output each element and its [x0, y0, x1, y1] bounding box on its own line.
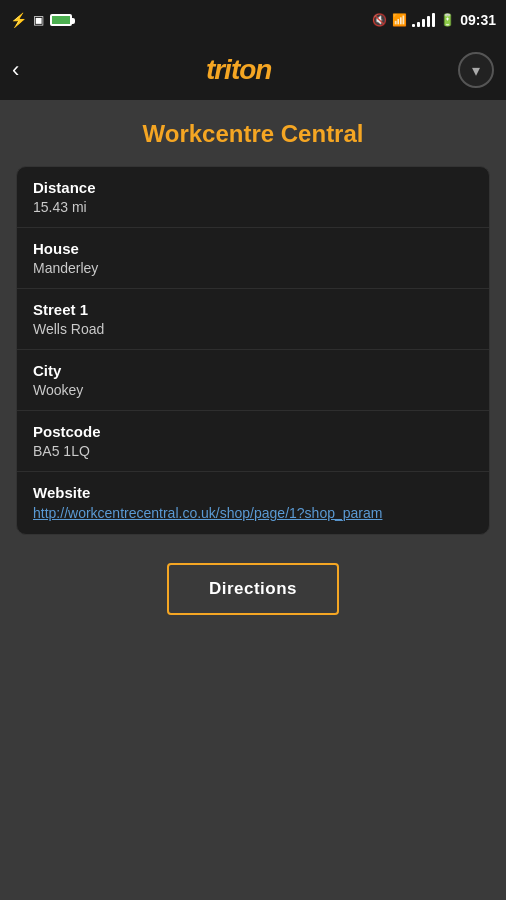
usb-icon: ⚡ — [10, 12, 27, 28]
postcode-value: BA5 1LQ — [33, 443, 473, 459]
wifi-icon: 📶 — [392, 13, 407, 27]
house-label: House — [33, 240, 473, 257]
street-row: Street 1 Wells Road — [17, 289, 489, 350]
battery-icon — [50, 14, 72, 26]
mute-icon: 🔇 — [372, 13, 387, 27]
top-nav: ‹ triton ▾ — [0, 40, 506, 100]
postcode-row: Postcode BA5 1LQ — [17, 411, 489, 472]
logo-text: triton — [206, 54, 272, 86]
website-link[interactable]: http://workcentrecentral.co.uk/shop/page… — [33, 505, 382, 521]
city-label: City — [33, 362, 473, 379]
time-display: 09:31 — [460, 12, 496, 28]
distance-label: Distance — [33, 179, 473, 196]
house-value: Manderley — [33, 260, 473, 276]
directions-button[interactable]: Directions — [167, 563, 339, 615]
postcode-label: Postcode — [33, 423, 473, 440]
distance-row: Distance 15.43 mi — [17, 167, 489, 228]
distance-value: 15.43 mi — [33, 199, 473, 215]
city-value: Wookey — [33, 382, 473, 398]
status-bar: ⚡ ▣ 🔇 📶 🔋 09:31 — [0, 0, 506, 40]
city-row: City Wookey — [17, 350, 489, 411]
page-title: Workcentre Central — [143, 120, 364, 148]
info-card: Distance 15.43 mi House Manderley Street… — [16, 166, 490, 535]
status-bar-right-icons: 🔇 📶 🔋 09:31 — [372, 12, 496, 28]
signal-bars — [412, 13, 435, 27]
dropdown-button[interactable]: ▾ — [458, 52, 494, 88]
main-content: Workcentre Central Distance 15.43 mi Hou… — [0, 100, 506, 900]
battery-status-icon: 🔋 — [440, 13, 455, 27]
house-row: House Manderley — [17, 228, 489, 289]
image-notification-icon: ▣ — [33, 13, 44, 27]
triton-logo: triton — [206, 54, 272, 86]
website-row: Website http://workcentrecentral.co.uk/s… — [17, 472, 489, 534]
dropdown-icon: ▾ — [472, 61, 480, 80]
street-value: Wells Road — [33, 321, 473, 337]
street-label: Street 1 — [33, 301, 473, 318]
status-bar-left-icons: ⚡ ▣ — [10, 12, 72, 28]
website-label: Website — [33, 484, 473, 501]
back-button[interactable]: ‹ — [12, 57, 19, 83]
